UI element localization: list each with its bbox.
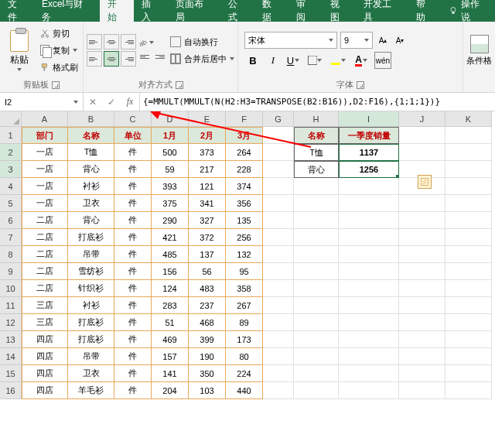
align-right[interactable] (121, 51, 136, 67)
cell[interactable]: 59 (152, 161, 189, 178)
cell[interactable]: 四店 (22, 382, 68, 399)
cell[interactable]: 羊毛衫 (68, 382, 114, 399)
col-header[interactable]: B (68, 111, 114, 127)
col-header[interactable]: E (189, 111, 226, 127)
col-header[interactable]: D (152, 111, 189, 127)
name-box[interactable]: I2 (0, 93, 84, 111)
cell[interactable]: 327 (189, 212, 226, 229)
cell[interactable]: 背心 (294, 161, 339, 178)
cell[interactable]: 440 (226, 382, 263, 399)
cell[interactable] (294, 280, 339, 297)
cell[interactable]: 51 (152, 314, 189, 331)
cell[interactable] (294, 365, 339, 382)
cell[interactable]: 121 (189, 178, 226, 195)
decrease-font-button[interactable]: A▾ (393, 33, 407, 47)
align-top-left[interactable] (87, 34, 102, 50)
cell[interactable] (399, 365, 446, 382)
cell[interactable] (446, 246, 492, 263)
cell[interactable] (446, 314, 492, 331)
cell[interactable]: 95 (226, 263, 263, 280)
tab-view[interactable]: 视图 (323, 0, 357, 22)
format-painter-button[interactable]: 格式刷 (39, 60, 80, 75)
row-header[interactable]: 5 (0, 195, 22, 212)
row-header[interactable]: 14 (0, 348, 22, 365)
cell[interactable]: 打底衫 (68, 331, 114, 348)
row-header[interactable]: 7 (0, 229, 22, 246)
cell[interactable] (399, 297, 446, 314)
cell[interactable]: 件 (114, 195, 152, 212)
col-header[interactable]: G (263, 111, 294, 127)
cell[interactable] (263, 195, 294, 212)
cell[interactable]: 485 (152, 246, 189, 263)
font-size-select[interactable]: 9 (340, 32, 373, 49)
tab-dev[interactable]: 开发工具 (356, 0, 408, 22)
cell[interactable]: 件 (114, 365, 152, 382)
cell[interactable]: 80 (226, 348, 263, 365)
cell[interactable] (399, 246, 446, 263)
tab-layout[interactable]: 页面布局 (168, 0, 220, 22)
cell[interactable]: 件 (114, 212, 152, 229)
cell[interactable] (339, 314, 399, 331)
cell[interactable] (446, 263, 492, 280)
cell[interactable] (339, 229, 399, 246)
wrap-text-button[interactable]: 自动换行 (170, 34, 234, 50)
border-button[interactable] (305, 52, 325, 69)
cell[interactable] (294, 314, 339, 331)
row-header[interactable]: 11 (0, 297, 22, 314)
row-header[interactable]: 10 (0, 280, 22, 297)
cell[interactable] (263, 314, 294, 331)
cell[interactable]: 背心 (68, 161, 114, 178)
orientation-button[interactable]: ab (138, 37, 167, 48)
cell[interactable]: 103 (189, 382, 226, 399)
italic-button[interactable]: I (265, 52, 282, 69)
cell[interactable] (263, 331, 294, 348)
cell[interactable]: 132 (226, 246, 263, 263)
cell[interactable]: 135 (226, 212, 263, 229)
cell[interactable]: 1月 (152, 127, 189, 144)
bold-button[interactable]: B (244, 52, 261, 69)
cell[interactable]: 483 (189, 280, 226, 297)
col-header[interactable]: F (226, 111, 263, 127)
cell[interactable] (263, 127, 294, 144)
tab-formula[interactable]: 公式 (220, 0, 254, 22)
cell[interactable] (399, 263, 446, 280)
cell[interactable]: 二店 (22, 212, 68, 229)
cell[interactable] (446, 144, 492, 161)
cell[interactable]: 吊带 (68, 348, 114, 365)
cells-area[interactable]: 部门名称单位1月2月3月名称一季度销量一店T恤件500373264T恤1137一… (22, 127, 492, 399)
cell[interactable]: 衬衫 (68, 297, 114, 314)
cell[interactable]: 1256 (339, 161, 399, 178)
tab-home[interactable]: 开始 (100, 0, 134, 22)
cell[interactable] (263, 246, 294, 263)
cell[interactable]: 217 (189, 161, 226, 178)
cell[interactable] (446, 195, 492, 212)
cell[interactable]: 375 (152, 195, 189, 212)
cell[interactable] (263, 144, 294, 161)
cell[interactable]: 件 (114, 280, 152, 297)
paste-button[interactable]: 粘贴 (3, 23, 36, 77)
cell[interactable]: 224 (226, 365, 263, 382)
cell[interactable]: 单位 (114, 127, 152, 144)
tab-custom[interactable]: Excel与财务 (34, 0, 100, 22)
align-top-center[interactable] (104, 34, 119, 50)
cell[interactable] (294, 348, 339, 365)
merge-center-button[interactable]: 合并后居中 (170, 51, 234, 67)
row-header[interactable]: 8 (0, 246, 22, 263)
cell[interactable]: 350 (189, 365, 226, 382)
cell[interactable] (446, 212, 492, 229)
cell[interactable]: 四店 (22, 331, 68, 348)
align-left[interactable] (87, 51, 102, 67)
cell[interactable] (263, 161, 294, 178)
cell[interactable]: 283 (152, 297, 189, 314)
cell[interactable]: 三店 (22, 297, 68, 314)
cell[interactable]: 打底衫 (68, 314, 114, 331)
cell[interactable] (294, 212, 339, 229)
cell[interactable]: 件 (114, 348, 152, 365)
cell[interactable] (294, 297, 339, 314)
col-header[interactable]: A (22, 111, 68, 127)
cell[interactable]: 名称 (294, 127, 339, 144)
cell[interactable]: 267 (226, 297, 263, 314)
cell[interactable]: 件 (114, 382, 152, 399)
cell[interactable] (263, 280, 294, 297)
cell[interactable] (446, 161, 492, 178)
